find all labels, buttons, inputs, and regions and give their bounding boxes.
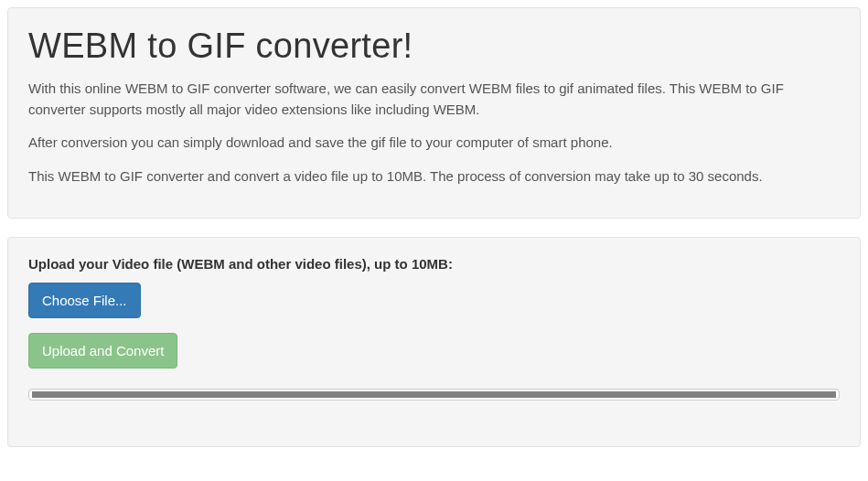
intro-paragraph-1: With this online WEBM to GIF converter s…: [28, 79, 840, 120]
progress-bar-fill: [32, 391, 836, 398]
upload-convert-button[interactable]: Upload and Convert: [28, 333, 177, 369]
choose-file-button[interactable]: Choose File...: [28, 283, 141, 318]
intro-paragraph-2: After conversion you can simply download…: [28, 133, 840, 154]
upload-label: Upload your Video file (WEBM and other v…: [28, 256, 840, 272]
progress-bar-container: [28, 389, 840, 401]
intro-panel: WEBM to GIF converter! With this online …: [7, 7, 861, 219]
intro-paragraph-3: This WEBM to GIF converter and convert a…: [28, 166, 840, 187]
upload-panel: Upload your Video file (WEBM and other v…: [7, 237, 861, 447]
page-title: WEBM to GIF converter!: [28, 27, 840, 66]
